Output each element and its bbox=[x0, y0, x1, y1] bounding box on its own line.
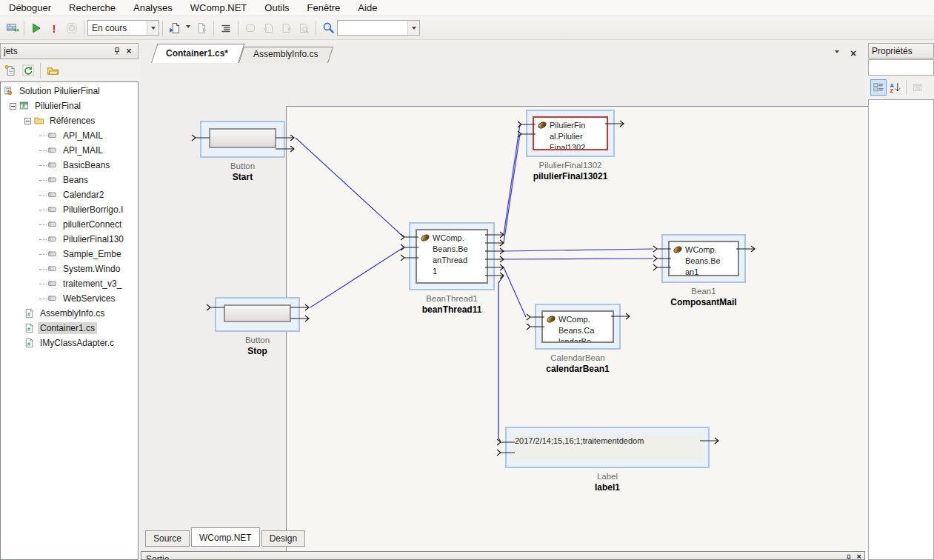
break-icon[interactable]: ! bbox=[45, 19, 63, 37]
menu-item-analyses[interactable]: Analyses bbox=[124, 0, 181, 16]
component-button-start[interactable] bbox=[200, 121, 285, 158]
tree-item-label: API_MAIL bbox=[61, 144, 105, 156]
menu-item-fen-tre[interactable]: Fenêtre bbox=[298, 0, 350, 16]
reference-icon bbox=[47, 234, 58, 244]
tree-item-label: Sample_Embe bbox=[61, 248, 124, 260]
component-type-label: BeanThread1 bbox=[376, 293, 528, 304]
tree-item-label: PilulierFinal130 bbox=[61, 233, 126, 245]
component-calendar-bean[interactable]: WComp.Beans.CalendarBean bbox=[535, 304, 621, 350]
run-mode-combo-dropdown-icon[interactable] bbox=[147, 21, 159, 35]
tree-item-label: System.Windo bbox=[61, 263, 122, 275]
document-tab-container1-cs-[interactable]: Container1.cs* bbox=[151, 44, 238, 63]
categorized-icon[interactable] bbox=[870, 79, 887, 96]
tab-list-dropdown-icon[interactable] bbox=[831, 47, 843, 59]
tab-close-icon[interactable]: × bbox=[847, 47, 859, 59]
menu-item-outils[interactable]: Outils bbox=[256, 0, 298, 16]
pin-icon[interactable] bbox=[111, 46, 123, 57]
comment-list-icon[interactable] bbox=[217, 19, 235, 37]
properties-toolbar: AZ bbox=[868, 77, 934, 98]
tree-item-pilulierborrigo-i[interactable]: PilulierBorrigo.I bbox=[1, 202, 138, 217]
label-text: 2017/2/14;15,16;1;traitementdedom bbox=[511, 434, 704, 461]
tree-collapse-icon[interactable] bbox=[24, 118, 31, 124]
new-file-icon[interactable] bbox=[1, 61, 19, 79]
component-type-label: PilulierFinal1302 bbox=[493, 160, 648, 171]
tree-item-basicbeans[interactable]: BasicBeans bbox=[1, 158, 138, 173]
tree-item-pilulierconnect[interactable]: pilulierConnect bbox=[1, 217, 138, 232]
tab-label: Container1.cs* bbox=[166, 48, 228, 59]
tree-guide-line bbox=[39, 254, 47, 255]
tree-item-container1-cs[interactable]: #Container1.cs bbox=[1, 321, 138, 336]
component-instance-label: Stop bbox=[181, 346, 333, 357]
component-button-stop[interactable] bbox=[215, 297, 300, 332]
component-class-text: WComp.Beans.BeanThread1 bbox=[433, 233, 470, 277]
tree-guide-line bbox=[39, 180, 47, 181]
bean-box: WComp.Beans.Bean1 bbox=[668, 241, 739, 276]
tree-guide-line bbox=[39, 284, 47, 284]
properties-grid[interactable] bbox=[868, 99, 934, 560]
component-bean-thread[interactable]: WComp.Beans.BeanThread1 bbox=[409, 222, 495, 290]
reference-icon bbox=[47, 204, 58, 215]
search-icon[interactable] bbox=[319, 19, 337, 37]
view-tab-source[interactable]: Source bbox=[145, 530, 190, 547]
tree-item-system-windo[interactable]: System.Windo bbox=[1, 261, 138, 276]
run-icon[interactable] bbox=[27, 19, 45, 37]
tree-item-pilulierfinal[interactable]: #PilulierFinal bbox=[1, 99, 138, 113]
component-instance-label: ComposantMail bbox=[628, 297, 779, 308]
menu-item-d-boguer[interactable]: Déboguer bbox=[0, 0, 60, 16]
toolbar-separator bbox=[84, 21, 84, 36]
properties-object-combo[interactable] bbox=[868, 59, 934, 76]
tree-item-api-mail[interactable]: API_MAIL bbox=[1, 143, 138, 158]
output-panel-header[interactable]: Sortie × bbox=[141, 551, 865, 560]
tree-item-sample-embe[interactable]: Sample_Embe bbox=[1, 247, 138, 261]
menu-item-wcomp-net[interactable]: WComp.NET bbox=[181, 0, 256, 16]
run-mode-combo[interactable]: En cours bbox=[87, 20, 159, 36]
tree-item-label: Calendar2 bbox=[61, 189, 106, 201]
refresh-icon[interactable] bbox=[19, 61, 37, 79]
component-label1[interactable]: 2017/2/14;15,16;1;traitementdedom bbox=[505, 427, 710, 468]
document-tab-assemblyinfo-cs[interactable]: AssemblyInfo.cs bbox=[238, 47, 328, 63]
tree-guide-line bbox=[39, 224, 47, 225]
tree-item-webservices[interactable]: WebServices bbox=[1, 291, 138, 306]
search-combo[interactable] bbox=[337, 20, 420, 36]
view-tab-wcomp-net[interactable]: WComp.NET bbox=[191, 527, 260, 547]
ide-window: DéboguerRechercheAnalysesWComp.NETOutils… bbox=[0, 0, 934, 560]
tree-item-imyclassadapter-c[interactable]: #IMyClassAdapter.c bbox=[1, 336, 138, 350]
shape-icon bbox=[241, 19, 259, 37]
tree-item-calendar2[interactable]: Calendar2 bbox=[1, 187, 138, 202]
menu-item-aide[interactable]: Aide bbox=[349, 0, 386, 16]
component-caption-label1: Labellabel1 bbox=[472, 471, 743, 493]
tree-item-traitement-v3-[interactable]: traitement_v3_ bbox=[1, 276, 138, 291]
reference-icon bbox=[47, 264, 58, 274]
tree-collapse-icon[interactable] bbox=[10, 103, 16, 110]
tree-item-solution-pilulierfinal[interactable]: Solution PilulierFinal bbox=[1, 84, 138, 99]
sort-az-icon[interactable]: AZ bbox=[887, 79, 903, 96]
tree-item-api-mail[interactable]: API_MAIL bbox=[1, 128, 138, 143]
open-folder-icon[interactable] bbox=[44, 61, 61, 79]
toolbar-separator bbox=[213, 21, 214, 36]
doc-forward-icon bbox=[277, 19, 295, 37]
tree-item-r-f-rences[interactable]: Références bbox=[1, 113, 138, 128]
reference-icon bbox=[47, 160, 58, 170]
dropdown-caret-icon[interactable] bbox=[184, 20, 193, 36]
pin-icon[interactable] bbox=[845, 553, 853, 560]
document-tab-bar: Container1.cs*AssemblyInfo.cs bbox=[141, 43, 865, 63]
view-tab-design[interactable]: Design bbox=[261, 530, 305, 547]
menu-item-recherche[interactable]: Recherche bbox=[60, 0, 124, 16]
component-composant-mail[interactable]: WComp.Beans.Bean1 bbox=[661, 234, 746, 283]
toolbar-separator bbox=[24, 21, 24, 36]
tree-item-pilulierfinal130[interactable]: PilulierFinal130 bbox=[1, 232, 138, 247]
tree-item-beans[interactable]: Beans bbox=[1, 173, 138, 187]
step-into-icon[interactable] bbox=[166, 19, 184, 37]
tree-guide-line bbox=[39, 150, 47, 151]
search-combo-dropdown-icon[interactable] bbox=[407, 21, 419, 35]
close-icon[interactable]: × bbox=[123, 46, 135, 57]
tree-item-label: PilulierFinal bbox=[33, 100, 83, 112]
build-icon[interactable] bbox=[3, 19, 21, 37]
component-pilulier-final[interactable]: PilulierFinal.PilulierFinal1302 bbox=[526, 110, 615, 157]
reference-icon bbox=[47, 293, 58, 304]
tree-guide-line bbox=[39, 136, 47, 136]
close-icon[interactable]: × bbox=[857, 553, 861, 560]
component-caption-calendar-bean: CalendarBeancalendarBean1 bbox=[501, 353, 654, 375]
csfile-icon: # bbox=[24, 308, 35, 319]
tree-item-assemblyinfo-cs[interactable]: #AssemblyInfo.cs bbox=[1, 306, 138, 321]
